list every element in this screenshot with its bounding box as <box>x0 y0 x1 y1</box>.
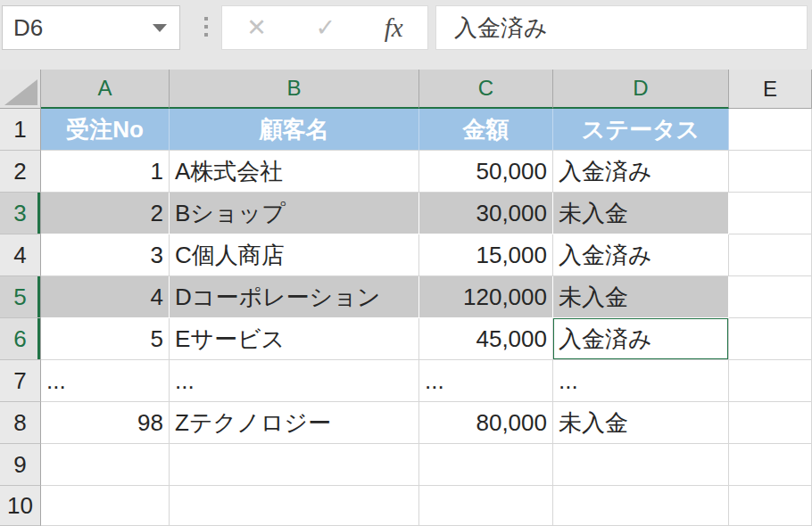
column-header-a[interactable]: A <box>41 70 170 109</box>
cell-value: Bショップ <box>175 198 286 229</box>
cell-value: 98 <box>137 409 163 437</box>
cell-b5[interactable]: Dコーポレーション <box>170 276 419 318</box>
cell-value: 未入金 <box>559 282 628 313</box>
column-header-d[interactable]: D <box>553 70 729 109</box>
cell-e5[interactable] <box>729 276 812 318</box>
column-header-e[interactable]: E <box>729 70 812 109</box>
cell-value: ... <box>175 367 195 395</box>
cell-d8[interactable]: 未入金 <box>553 402 729 444</box>
formula-bar-value: 入金済み <box>454 12 548 44</box>
select-all-button[interactable] <box>0 70 41 109</box>
formula-bar-splitter[interactable] <box>204 17 208 37</box>
cell-value: 受注No <box>66 114 144 145</box>
cell-b1[interactable]: 顧客名 <box>170 109 419 151</box>
column-header-c[interactable]: C <box>419 70 553 109</box>
cell-a9[interactable] <box>41 444 170 486</box>
cell-a7[interactable]: ... <box>41 360 170 402</box>
cell-d10[interactable] <box>553 486 729 526</box>
cell-a3[interactable]: 2 <box>41 193 170 234</box>
selection-accent-bar <box>37 193 40 234</box>
cell-a1[interactable]: 受注No <box>41 109 170 151</box>
cell-value: 45,000 <box>476 325 547 353</box>
formula-bar[interactable]: 入金済み <box>435 5 808 50</box>
cell-b9[interactable] <box>170 444 419 486</box>
cell-e2[interactable] <box>729 151 812 193</box>
cell-c2[interactable]: 50,000 <box>419 151 553 193</box>
row-header-3[interactable]: 3 <box>0 193 41 234</box>
cell-e10[interactable] <box>729 486 812 526</box>
cell-value: 15,000 <box>476 242 547 269</box>
row-header-7[interactable]: 7 <box>0 360 41 402</box>
cell-d7[interactable]: ... <box>553 360 729 402</box>
cell-c6[interactable]: 45,000 <box>419 318 553 360</box>
cell-a2[interactable]: 1 <box>41 151 170 193</box>
cell-a5[interactable]: 4 <box>41 276 170 318</box>
cell-c5[interactable]: 120,000 <box>419 276 553 318</box>
cell-c3[interactable]: 30,000 <box>419 193 553 234</box>
cell-d2[interactable]: 入金済み <box>553 151 729 193</box>
cell-value: 入金済み <box>559 156 652 187</box>
cell-d6[interactable]: 入金済み <box>553 318 729 360</box>
row-header-9[interactable]: 9 <box>0 444 41 486</box>
cell-e9[interactable] <box>729 444 812 486</box>
cell-e6[interactable] <box>729 318 812 360</box>
cell-b4[interactable]: C個人商店 <box>170 234 419 276</box>
cell-c7[interactable]: ... <box>419 360 553 402</box>
cell-value: 入金済み <box>559 324 652 355</box>
cell-value: 4 <box>151 284 163 311</box>
cell-value: ... <box>559 367 578 395</box>
cell-c4[interactable]: 15,000 <box>419 234 553 276</box>
row-header-1[interactable]: 1 <box>0 109 41 151</box>
column-header-b[interactable]: B <box>170 70 419 109</box>
chevron-down-icon[interactable] <box>153 24 167 32</box>
row-header-8[interactable]: 8 <box>0 402 41 444</box>
row-header-10[interactable]: 10 <box>0 486 41 526</box>
cell-value: 顧客名 <box>260 114 329 145</box>
cell-b7[interactable]: ... <box>170 360 419 402</box>
spreadsheet-window: D6 ✕ ✓ fx 入金済み ABCDE1受注No顧客名金額ステータス21A株式… <box>0 0 812 526</box>
row-header-6[interactable]: 6 <box>0 318 41 360</box>
cell-a4[interactable]: 3 <box>41 234 170 276</box>
row-header-2[interactable]: 2 <box>0 151 41 193</box>
name-box[interactable]: D6 <box>2 5 180 50</box>
cell-e8[interactable] <box>729 402 812 444</box>
cell-value: Zテクノロジー <box>175 407 331 439</box>
cell-a10[interactable] <box>41 486 170 526</box>
cell-b8[interactable]: Zテクノロジー <box>170 402 419 444</box>
cell-d9[interactable] <box>553 444 729 486</box>
check-icon: ✓ <box>316 14 336 41</box>
cell-c9[interactable] <box>419 444 553 486</box>
cell-d1[interactable]: ステータス <box>553 109 729 151</box>
row-header-4[interactable]: 4 <box>0 234 41 276</box>
cell-d5[interactable]: 未入金 <box>553 276 729 318</box>
cell-value: C個人商店 <box>175 240 285 271</box>
cell-value: 金額 <box>463 114 510 145</box>
cell-b3[interactable]: Bショップ <box>170 193 419 234</box>
cell-e3[interactable] <box>729 193 812 234</box>
cell-e7[interactable] <box>729 360 812 402</box>
cell-c10[interactable] <box>419 486 553 526</box>
insert-function-button[interactable]: fx <box>385 15 403 41</box>
cell-b10[interactable] <box>170 486 419 526</box>
row-header-label: 7 <box>13 367 26 395</box>
row-header-label: 2 <box>13 158 26 185</box>
cell-e4[interactable] <box>729 234 812 276</box>
grid: ABCDE1受注No顧客名金額ステータス21A株式会社50,000入金済み32B… <box>0 70 812 526</box>
cell-a8[interactable]: 98 <box>41 402 170 444</box>
cell-d3[interactable]: 未入金 <box>553 193 729 234</box>
cell-value: A株式会社 <box>175 156 283 187</box>
cell-d4[interactable]: 入金済み <box>553 234 729 276</box>
cell-c1[interactable]: 金額 <box>419 109 553 151</box>
row-header-5[interactable]: 5 <box>0 276 41 318</box>
cell-c8[interactable]: 80,000 <box>419 402 553 444</box>
cell-value: 30,000 <box>476 200 547 227</box>
cell-b2[interactable]: A株式会社 <box>170 151 419 193</box>
cancel-button[interactable]: ✕ <box>246 16 267 40</box>
cell-b6[interactable]: Eサービス <box>170 318 419 360</box>
cell-e1[interactable] <box>729 109 812 151</box>
enter-button[interactable]: ✓ <box>316 16 336 40</box>
cell-value: Dコーポレーション <box>175 282 380 313</box>
cell-a6[interactable]: 5 <box>41 318 170 360</box>
cell-value: 未入金 <box>559 198 628 229</box>
formula-buttons-panel: ✕ ✓ fx <box>221 5 428 50</box>
